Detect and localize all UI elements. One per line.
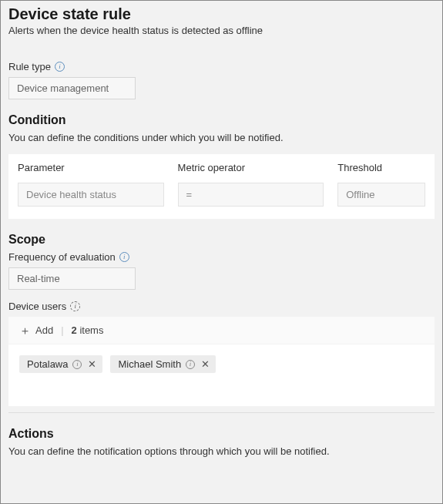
actions-description: You can define the notification options …	[1, 445, 442, 468]
device-users-label: Device usersi	[8, 301, 435, 312]
condition-description: You can define the conditions under whic…	[1, 132, 442, 154]
info-icon[interactable]: i	[72, 360, 82, 369]
user-chip-name: Potalawa	[27, 358, 68, 370]
user-chip[interactable]: Michael Smith i ✕	[110, 355, 216, 373]
toolbar-divider: |	[61, 324, 63, 336]
plus-icon: ＋	[19, 324, 31, 336]
info-icon[interactable]: i	[186, 360, 195, 369]
frequency-label-text: Frequency of evaluation	[8, 251, 116, 263]
remove-user-button[interactable]: ✕	[200, 358, 211, 370]
info-icon[interactable]: i	[70, 301, 80, 311]
parameter-field: Device health status	[18, 183, 164, 207]
operator-field: =	[178, 183, 324, 207]
rule-type-label-text: Rule type	[8, 61, 51, 72]
page-subtitle: Alerts when the device health status is …	[1, 25, 442, 50]
users-toolbar: ＋ Add | 2 items	[8, 317, 435, 344]
info-icon[interactable]: i	[119, 252, 129, 262]
condition-card: Parameter Device health status Metric op…	[8, 154, 435, 219]
device-users-card: ＋ Add | 2 items Potalawa i ✕ Michael Smi…	[8, 317, 435, 406]
remove-user-button[interactable]: ✕	[86, 358, 98, 370]
add-label: Add	[35, 324, 53, 336]
user-chips: Potalawa i ✕ Michael Smith i ✕	[8, 344, 435, 406]
parameter-header: Parameter	[18, 162, 164, 173]
frequency-label: Frequency of evaluation i	[8, 251, 435, 263]
user-chip[interactable]: Potalawa i ✕	[19, 355, 102, 373]
frequency-field: Real-time	[8, 267, 136, 290]
threshold-header: Threshold	[337, 162, 425, 173]
items-count-number: 2	[72, 324, 77, 336]
items-count-word: items	[79, 324, 103, 336]
threshold-field: Offline	[337, 183, 425, 207]
items-count: 2 items	[72, 324, 104, 336]
condition-heading: Condition	[1, 99, 442, 132]
rule-type-field: Device management	[8, 77, 136, 99]
device-users-label-text: Device users	[8, 301, 66, 312]
operator-header: Metric operator	[178, 162, 324, 173]
add-user-button[interactable]: ＋ Add	[19, 324, 53, 336]
page-title: Device state rule	[1, 1, 442, 25]
info-icon[interactable]: i	[55, 62, 65, 72]
scope-heading: Scope	[1, 219, 442, 251]
actions-heading: Actions	[1, 413, 442, 445]
rule-type-label: Rule type i	[8, 61, 435, 72]
user-chip-name: Michael Smith	[118, 358, 181, 370]
